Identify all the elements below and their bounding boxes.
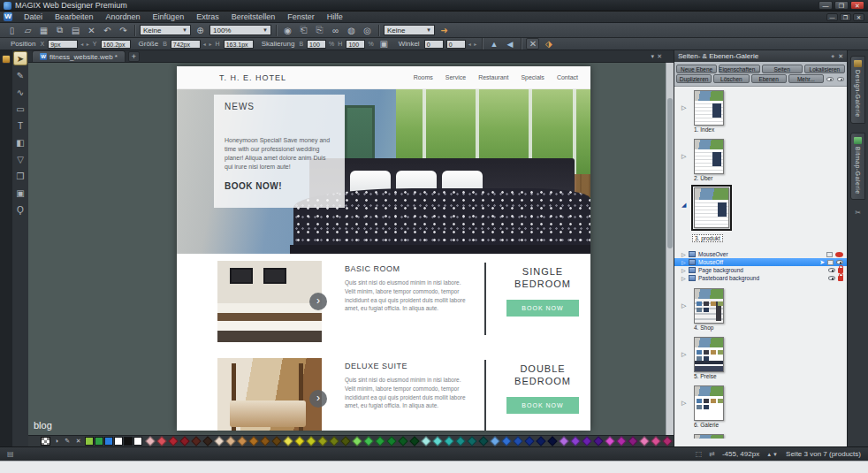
restore-button[interactable]: ❐ — [834, 1, 849, 10]
color-swatch[interactable] — [124, 437, 133, 446]
panel-button[interactable]: Löschen — [713, 74, 749, 83]
layer-row[interactable]: ▷ MouseOff ➤ — [674, 258, 847, 266]
wrench-icon[interactable]: ✂ — [854, 209, 863, 217]
tab-design-gallery[interactable]: Design-Galerie — [850, 56, 865, 124]
color-swatch[interactable] — [433, 436, 443, 446]
news-box[interactable]: NEWS Honeymoon Special! Save money and t… — [214, 95, 345, 208]
expander-icon[interactable]: ▷ — [681, 104, 686, 111]
color-swatch[interactable] — [582, 436, 592, 446]
page-thumbnail[interactable] — [694, 385, 724, 421]
pin-icon[interactable]: ⌖ — [831, 53, 834, 60]
book-now-button[interactable]: BOOK NOW — [506, 300, 579, 317]
paste-icon[interactable]: ▤ — [69, 25, 82, 36]
lock-aspect-icon[interactable]: ▣ — [377, 38, 391, 50]
color-swatch[interactable] — [445, 436, 454, 446]
color-swatch[interactable] — [605, 436, 615, 446]
layer-row[interactable]: ▷ MouseOver ➤ — [674, 250, 847, 258]
page-thumbnail-entry[interactable]: ▷ 2. Über — [674, 139, 847, 181]
color-swatch[interactable] — [133, 437, 142, 446]
menu-item[interactable]: Anordnen — [100, 11, 147, 23]
book-now-button[interactable]: BOOK NOW — [506, 397, 579, 414]
color-swatch[interactable] — [376, 436, 385, 446]
layer-label[interactable]: MouseOver — [698, 251, 728, 257]
selector-tool[interactable]: ➤ — [13, 51, 27, 65]
blog-text[interactable]: blog — [34, 420, 52, 431]
color-swatch[interactable] — [180, 436, 190, 446]
doc-close-button[interactable]: ✕ — [853, 13, 864, 21]
photo-tool[interactable]: ▣ — [13, 186, 27, 200]
size-h-field[interactable]: 163.1px — [224, 40, 254, 49]
color-swatch[interactable] — [95, 437, 103, 446]
shadow-tool[interactable]: ❐ — [13, 169, 27, 183]
menu-item[interactable]: Bearbeiten — [49, 11, 100, 23]
page-thumbnail-entry[interactable]: ▷ 7. Kontakt — [674, 434, 847, 439]
color-swatch[interactable] — [104, 437, 113, 446]
panel-button[interactable]: Lokalisieren — [804, 65, 845, 73]
document-tab[interactable]: W fitness_website.web * — [32, 50, 126, 62]
color-swatch[interactable] — [399, 436, 408, 446]
color-swatch[interactable] — [364, 436, 374, 446]
color-swatch[interactable] — [249, 436, 259, 446]
expander-icon[interactable]: ▷ — [681, 259, 686, 265]
color-swatch[interactable] — [353, 436, 362, 446]
doc-restore-button[interactable]: ❐ — [840, 13, 851, 21]
color-swatch[interactable] — [537, 436, 546, 446]
named-styles-dropdown[interactable]: Keine▼ — [140, 25, 191, 35]
canvas-vertical-scrollbar[interactable] — [666, 63, 674, 435]
expander-icon[interactable]: ▷ — [681, 400, 686, 407]
menu-item[interactable]: Fenster — [281, 11, 321, 23]
doc-minimize-button[interactable]: — — [826, 13, 838, 21]
color-swatch[interactable] — [192, 436, 202, 446]
color-swatch[interactable] — [114, 437, 123, 446]
solo-eye-icon[interactable] — [836, 75, 845, 83]
remove-color-icon[interactable]: ✕ — [74, 437, 83, 446]
zoom-plus-icon[interactable]: ⊕ — [194, 25, 207, 36]
expander-icon[interactable]: ◢ — [681, 202, 686, 209]
page-label[interactable]: 6. Galerie — [694, 422, 847, 428]
color-swatch[interactable] — [491, 436, 500, 446]
site-logo[interactable]: T. H. E. HOTEL — [219, 73, 286, 82]
color-swatch[interactable] — [456, 436, 466, 446]
menu-item[interactable]: Datei — [18, 11, 49, 23]
layer-label[interactable]: MouseOff — [698, 259, 723, 265]
site-nav-item[interactable]: Specials — [521, 74, 544, 80]
layer-label[interactable]: Pasteboard background — [698, 275, 759, 281]
panel-button[interactable]: Ebenen — [751, 74, 787, 83]
page-label[interactable]: 1. Index — [694, 126, 847, 133]
panel-close-icon[interactable]: ✕ — [838, 53, 843, 60]
expander-icon[interactable]: ▷ — [681, 275, 686, 281]
size-w-field[interactable]: 742px — [171, 40, 201, 49]
position-y-field[interactable]: 160.2px — [101, 40, 131, 49]
color-swatch[interactable] — [422, 436, 431, 446]
layer-row[interactable]: ▷ Pasteboard background ➤ — [674, 274, 847, 282]
fill-tool[interactable]: ◧ — [13, 135, 27, 149]
color-swatch[interactable] — [318, 436, 328, 446]
color-swatch[interactable] — [330, 436, 339, 446]
carousel-next-button[interactable]: › — [309, 390, 327, 408]
color-swatch[interactable] — [203, 436, 213, 446]
no-color-swatch[interactable] — [41, 437, 50, 446]
page-label[interactable]: 3. produkt — [692, 234, 723, 242]
shape-editor-tool[interactable]: ∿ — [13, 85, 27, 99]
site-nav-item[interactable]: Restaurant — [478, 74, 508, 80]
expander-icon[interactable]: ▷ — [681, 351, 686, 358]
color-swatch[interactable] — [85, 437, 94, 446]
position-x-field[interactable]: 9px — [48, 40, 78, 49]
position-stepper[interactable]: ◂ ▸ — [80, 41, 90, 47]
panel-button[interactable]: Eigenschaften... — [719, 65, 759, 73]
panel-button[interactable]: Neue Ebene — [676, 65, 717, 73]
menu-item[interactable]: Hilfe — [321, 11, 349, 23]
scrollbar-thumb[interactable] — [667, 98, 673, 248]
expander-icon[interactable]: ▷ — [681, 153, 686, 160]
page-label[interactable]: 5. Preise — [694, 373, 847, 379]
new-document-icon[interactable]: ▯ — [5, 25, 19, 36]
flip-horizontal-icon[interactable]: ▲ — [487, 38, 500, 50]
menu-item[interactable]: Extras — [190, 11, 225, 23]
export-site-icon[interactable]: ⎘ — [313, 25, 326, 36]
color-swatch[interactable] — [617, 436, 627, 446]
layer-label[interactable]: Page background — [698, 267, 743, 273]
size-stepper[interactable]: ◂ ▸ — [203, 41, 213, 47]
panel-button[interactable]: Mehr... — [788, 74, 824, 83]
layer-row[interactable]: ▷ Page background ➤ — [674, 266, 847, 274]
zoom-tool[interactable]: Ϙ — [13, 202, 27, 217]
